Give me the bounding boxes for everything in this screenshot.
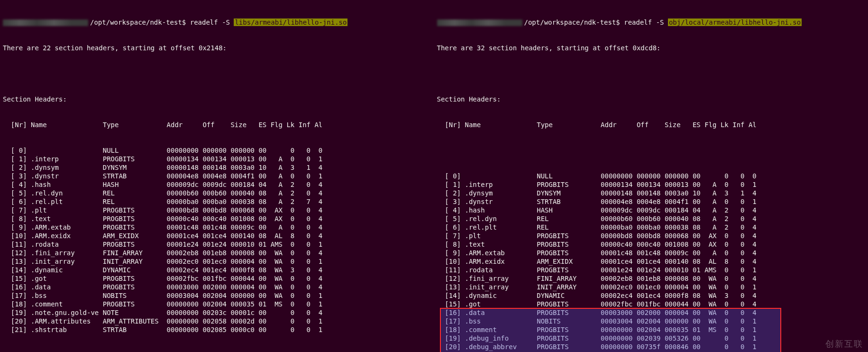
- section-row: [13] .init_array INIT_ARRAY 00002ec0 001…: [437, 283, 866, 291]
- section-row: [ 0] NULL 00000000 000000 000000 00 0 0 …: [437, 172, 866, 180]
- section-row: [19] .note.gnu.gold-ve NOTE 00000000 002…: [3, 308, 431, 317]
- right-prompt: /opt/workspace/ndk-test$ readelf -S obj/…: [437, 18, 866, 27]
- section-row: [ 2] .dynsym DYNSYM 00000148 000148 0003…: [3, 163, 431, 172]
- section-row: [ 8] .text PROGBITS 00000c40 000c40 0010…: [437, 240, 866, 249]
- left-prompt: /opt/workspace/ndk-test$ readelf -S libs…: [3, 18, 431, 27]
- section-row: [20] .ARM.attributes ARM_ATTRIBUTES 0000…: [3, 317, 431, 325]
- section-row: [18] .comment PROGBITS 00000000 002004 0…: [437, 325, 866, 334]
- section-row: [13] .init_array INIT_ARRAY 00002ec0 001…: [3, 257, 431, 266]
- section-row: [17] .bss NOBITS 00003004 002004 000000 …: [3, 291, 431, 300]
- summary-left: There are 22 section headers, starting a…: [3, 44, 431, 52]
- section-row: [ 7] .plt PROGBITS 00000bd8 000bd8 00006…: [437, 232, 866, 240]
- section-row: [21] .shstrtab STRTAB 00000000 002085 00…: [3, 325, 431, 334]
- summary-right: There are 32 section headers, starting a…: [437, 44, 866, 52]
- left-terminal[interactable]: /opt/workspace/ndk-test$ readelf -S libs…: [0, 0, 434, 352]
- section-row: [ 6] .rel.plt REL 00000ba0 000ba0 000038…: [437, 223, 866, 232]
- section-row: [12] .fini_array FINI_ARRAY 00002eb8 001…: [3, 249, 431, 257]
- section-row: [ 5] .rel.dyn REL 00000b60 000b60 000040…: [3, 189, 431, 197]
- section-row: [18] .comment PROGBITS 00000000 002004 0…: [3, 300, 431, 308]
- section-row: [16] .data PROGBITS 00003000 002000 0000…: [437, 308, 866, 317]
- section-row: [11] .rodata PROGBITS 00001e24 001e24 00…: [3, 240, 431, 249]
- blurred-user: [3, 19, 88, 26]
- section-row: [ 7] .plt PROGBITS 00000bd8 000bd8 00006…: [3, 206, 431, 214]
- section-row: [14] .dynamic DYNAMIC 00002ec4 001ec4 00…: [437, 291, 866, 300]
- section-rows-left: [ 0] NULL 00000000 000000 000000 00 0 0 …: [3, 146, 431, 334]
- section-row: [ 5] .rel.dyn REL 00000b60 000b60 000040…: [437, 214, 866, 223]
- section-row: [ 1] .interp PROGBITS 00000134 000134 00…: [437, 180, 866, 189]
- section-row: [ 9] .ARM.extab PROGBITS 00001c48 001c48…: [437, 249, 866, 257]
- columns-header-right: [Nr] Name Type Addr Off Size ES Flg Lk I…: [437, 120, 866, 129]
- section-row: [16] .data PROGBITS 00003000 002000 0000…: [3, 283, 431, 291]
- section-rows-right: [ 0] NULL 00000000 000000 000000 00 0 0 …: [437, 146, 866, 352]
- right-terminal[interactable]: /opt/workspace/ndk-test$ readelf -S obj/…: [434, 0, 868, 352]
- watermark: 创新互联: [825, 340, 863, 348]
- section-row: [ 1] .interp PROGBITS 00000134 000134 00…: [3, 155, 431, 163]
- section-row: [19] .debug_info PROGBITS 00000000 00203…: [437, 334, 866, 343]
- blurred-user: [437, 19, 522, 26]
- section-row: [ 2] .dynsym DYNSYM 00000148 000148 0003…: [437, 189, 866, 197]
- section-row: [15] .got PROGBITS 00002fbc 001fbc 00004…: [3, 274, 431, 283]
- section-row: [ 9] .ARM.extab PROGBITS 00001c48 001c48…: [3, 223, 431, 232]
- section-row: [ 8] .text PROGBITS 00000c40 000c40 0010…: [3, 214, 431, 223]
- section-row: [20] .debug_abbrev PROGBITS 00000000 007…: [437, 343, 866, 351]
- columns-header-left: [Nr] Name Type Addr Off Size ES Flg Lk I…: [3, 120, 431, 129]
- section-row: [12] .fini_array FINI_ARRAY 00002eb8 001…: [437, 274, 866, 283]
- section-row: [15] .got PROGBITS 00002fbc 001fbc 00004…: [437, 300, 866, 308]
- section-title-left: Section Headers:: [3, 95, 431, 103]
- section-row: [11] .rodata PROGBITS 00001e24 001e24 00…: [437, 266, 866, 274]
- section-row: [14] .dynamic DYNAMIC 00002ec4 001ec4 00…: [3, 266, 431, 274]
- section-row: [10] .ARM.exidx ARM_EXIDX 00001ce4 001ce…: [3, 232, 431, 240]
- prompt-text-right: /opt/workspace/ndk-test$ readelf -S: [524, 19, 668, 26]
- section-row: [17] .bss NOBITS 00003004 002004 000000 …: [437, 317, 866, 325]
- section-row: [ 4] .hash HASH 000009dc 0009dc 000184 0…: [437, 206, 866, 214]
- section-row: [ 4] .hash HASH 000009dc 0009dc 000184 0…: [3, 180, 431, 189]
- section-row: [ 3] .dynstr STRTAB 000004e8 0004e8 0004…: [3, 172, 431, 180]
- section-row: [ 3] .dynstr STRTAB 000004e8 0004e8 0004…: [437, 197, 866, 206]
- section-row: [10] .ARM.exidx ARM_EXIDX 00001ce4 001ce…: [437, 257, 866, 266]
- section-row: [ 6] .rel.plt REL 00000ba0 000ba0 000038…: [3, 197, 431, 206]
- highlighted-path-left: libs/armeabi/libhello-jni.so: [234, 19, 347, 26]
- section-row: [ 0] NULL 00000000 000000 000000 00 0 0 …: [3, 146, 431, 155]
- prompt-text-left: /opt/workspace/ndk-test$ readelf -S: [90, 19, 234, 26]
- section-title-right: Section Headers:: [437, 95, 866, 103]
- highlighted-path-right: obj/local/armeabi/libhello-jni.so: [668, 19, 802, 26]
